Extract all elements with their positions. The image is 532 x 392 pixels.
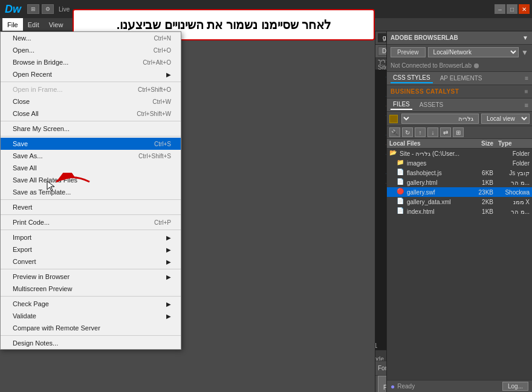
- upload-btn[interactable]: ↑: [415, 127, 426, 137]
- tab-files[interactable]: FILES: [391, 100, 412, 110]
- view-select[interactable]: Local view: [481, 114, 530, 124]
- file-item-images[interactable]: 📁 images Folder: [387, 158, 532, 168]
- breadcrumb: תבניות/מדריך/Unnamed Site 4/gallery_data: [375, 58, 386, 70]
- editor-toolbar: gallery_data.xml: [375, 31, 386, 45]
- menu-close-all[interactable]: Close All Ctrl+Shift+W: [1, 108, 181, 120]
- menu-check-page[interactable]: Check Page ▶: [1, 298, 181, 310]
- menu-save[interactable]: Save Ctrl+S: [1, 138, 181, 150]
- menu-open-recent[interactable]: Open Recent ▶: [1, 68, 181, 80]
- expand-btn[interactable]: ⊞: [453, 127, 464, 137]
- settings-icon[interactable]: ⚙: [42, 4, 54, 14]
- font-bar: Font Default Font B I Size None: [375, 361, 386, 375]
- menu-compare-remote[interactable]: Compare with Remote Server: [1, 322, 181, 334]
- menu-multiscreen-preview[interactable]: Multiscreen Preview: [1, 283, 181, 295]
- menu-open[interactable]: Open... Ctrl+O: [1, 44, 181, 56]
- files-status-bar: ● Ready Log...: [387, 380, 532, 392]
- file-item-site[interactable]: 📂 Site - גלריה (C:\User... Folder: [387, 149, 532, 158]
- menu-save-all-label: Save All: [13, 164, 37, 172]
- css-panel-menu-icon[interactable]: ≡: [525, 75, 528, 82]
- file-item-gallery-swf[interactable]: 🔴 gallery.swf 23KB Shockwa: [387, 187, 532, 197]
- menu-convert[interactable]: Convert ▶: [1, 255, 181, 268]
- menu-save-template[interactable]: Save as Template...: [1, 186, 181, 198]
- menu-save-as-shortcut: Ctrl+Shift+S: [138, 153, 171, 159]
- refresh-btn[interactable]: ↻: [402, 127, 413, 137]
- menu-design-notes[interactable]: Design Notes...: [1, 337, 181, 349]
- gallery-xml-size: 2KB: [463, 199, 493, 205]
- breadcrumb-text: תבניות/מדריך/Unnamed Site 4/gallery_data: [378, 57, 387, 71]
- code-line-4: <caption>: [378, 101, 384, 111]
- gallery-html-size: 1KB: [463, 179, 493, 186]
- folder-icon-images: 📁: [397, 159, 405, 167]
- menu-share-screen[interactable]: Share My Screen...: [1, 123, 181, 135]
- preview-button[interactable]: Preview: [391, 47, 426, 57]
- menu-file[interactable]: File: [2, 18, 23, 31]
- site-select[interactable]: גלריה: [401, 114, 479, 124]
- menu-import-label: Import: [13, 234, 31, 241]
- minimize-button[interactable]: –: [495, 4, 505, 14]
- sync-btn[interactable]: ⇄: [440, 127, 451, 137]
- menu-browse-bridge[interactable]: Browse in Bridge... Ctrl+Alt+O: [1, 56, 181, 68]
- gallery-swf-name: gallery.swf: [407, 189, 463, 196]
- menu-view[interactable]: View: [44, 18, 68, 31]
- menu-convert-label: Convert: [13, 258, 36, 265]
- connect-btn[interactable]: 🔌: [389, 127, 400, 137]
- not-connected-text: Not Connected to BrowserLab: [391, 62, 472, 69]
- menu-save-all-related[interactable]: Save All Related Files: [1, 174, 181, 186]
- code-area[interactable]: <thumb> <img> </thumb> <caption> <thumb>…: [375, 70, 386, 350]
- menu-open-frame-label: Open in Frame...: [13, 86, 63, 93]
- menu-preview-label: Preview in Browser: [13, 273, 70, 280]
- dw-window: Dw ⊞ ⚙ Live – □ ✕ File Edit View Insert …: [0, 0, 532, 392]
- menu-open-shortcut: Ctrl+O: [154, 47, 171, 54]
- browserlab-expand-icon[interactable]: ▼: [522, 34, 528, 41]
- design-btn[interactable]: Design: [378, 47, 387, 56]
- menu-close-shortcut: Ctrl+W: [152, 98, 171, 105]
- tab-assets[interactable]: ASSETS: [417, 100, 446, 109]
- file-item-gallery-xml[interactable]: 📄 gallery_data.xml 2KB X ממנ: [387, 197, 532, 207]
- menu-export[interactable]: Export ▶: [1, 243, 181, 255]
- divider-4: [1, 199, 181, 200]
- menu-preview-browser[interactable]: Preview in Browser ▶: [1, 271, 181, 283]
- menu-export-label: Export: [13, 246, 32, 253]
- menu-revert[interactable]: Revert: [1, 201, 181, 213]
- view-bar: Design Inspect ⟳ ⟳ ⊕ ⊗ Multiscreen Title…: [375, 45, 386, 58]
- network-select[interactable]: Local/Network: [428, 47, 519, 57]
- close-button[interactable]: ✕: [519, 4, 530, 14]
- bc-menu-icon[interactable]: ≡: [525, 88, 528, 95]
- menu-close-all-label: Close All: [13, 110, 39, 117]
- menu-save-label: Save: [13, 140, 28, 147]
- site-root-name: Site - גלריה (C:\User...: [400, 150, 463, 157]
- gallery-html-type: ...מ הר: [493, 179, 530, 186]
- download-btn[interactable]: ↓: [427, 127, 438, 137]
- gallery-xml-type: X ממנ: [493, 199, 530, 205]
- menu-design-notes-label: Design Notes...: [13, 339, 58, 347]
- file-item-index-html[interactable]: 📄 index.html 1KB ...מ הר: [387, 207, 532, 216]
- menu-new[interactable]: New... Ctrl+N: [1, 32, 181, 44]
- divider-2: [1, 121, 181, 121]
- network-dropdown-icon[interactable]: ▼: [521, 48, 528, 57]
- file-item-flashobject[interactable]: 📄 flashobject.js 6KB קובץ Js: [387, 168, 532, 178]
- grid-icon[interactable]: ⊞: [27, 4, 39, 14]
- code-line-3: </thumb>: [378, 92, 384, 101]
- tab-ap-elements[interactable]: AP ELEMENTS: [438, 74, 485, 83]
- menu-close[interactable]: Close Ctrl+W: [1, 95, 181, 108]
- menu-print-code[interactable]: Print Code... Ctrl+P: [1, 216, 181, 228]
- menu-new-label: New...: [13, 34, 31, 42]
- menu-validate[interactable]: Validate ▶: [1, 310, 181, 322]
- files-menu-icon[interactable]: ≡: [525, 101, 528, 109]
- menu-save-as[interactable]: Save As... Ctrl+Shift+S: [1, 150, 181, 162]
- status-icon: ●: [391, 382, 395, 391]
- log-button[interactable]: Log...: [502, 382, 528, 391]
- not-connected-status: Not Connected to BrowserLab: [387, 60, 532, 71]
- gallery-swf-type: Shockwa: [493, 189, 530, 196]
- editor-tab-xml[interactable]: gallery_data.xml: [378, 33, 387, 42]
- browserlab-title: ADOBE BROWSERLAB: [391, 34, 458, 41]
- maximize-button[interactable]: □: [507, 4, 517, 14]
- page-props-button[interactable]: Page Properties...: [378, 376, 387, 393]
- menu-save-all[interactable]: Save All: [1, 162, 181, 174]
- col-local-files: Local Files: [387, 139, 465, 148]
- menu-import[interactable]: Import ▶: [1, 231, 181, 243]
- tab-css-styles[interactable]: CSS STYLES: [391, 73, 433, 83]
- menu-edit[interactable]: Edit: [23, 18, 44, 31]
- menu-print-label: Print Code...: [13, 219, 50, 226]
- file-item-gallery-html[interactable]: 📄 gallery.html 1KB ...מ הר: [387, 178, 532, 187]
